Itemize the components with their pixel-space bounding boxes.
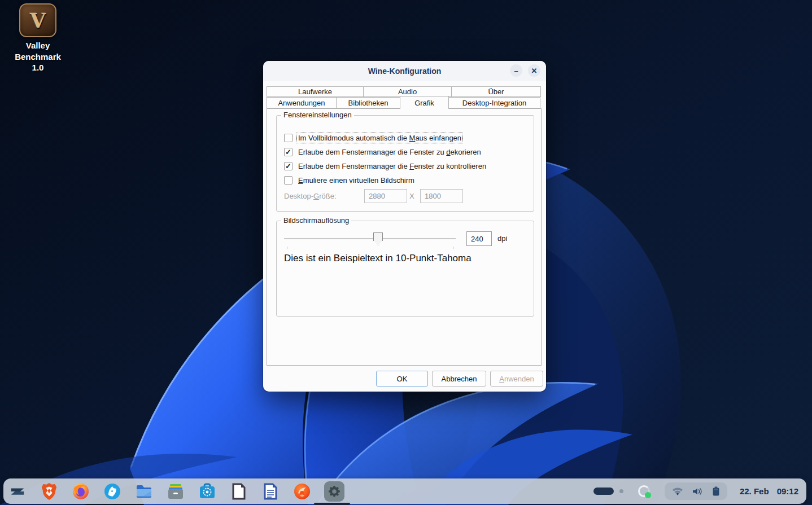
checkbox-row-decorate-windows: ✓ Erlaube dem Fenstermanager die Fenster… <box>284 147 482 157</box>
clock-time: 09:12 <box>777 486 798 496</box>
checkbox-row-control-windows: ✓ Erlaube dem Fenstermanager die Fenster… <box>284 161 487 171</box>
taskbar-tray: 22. Feb 09:12 <box>593 482 806 500</box>
virtual-desktop-checkbox[interactable] <box>284 176 293 185</box>
close-button[interactable]: ✕ <box>528 64 540 77</box>
tray-online-dot <box>645 492 651 498</box>
settings-icon[interactable] <box>324 481 344 502</box>
desktop-shortcut-valley-benchmark[interactable]: V Valley Benchmark 1.0 <box>5 3 71 73</box>
desktop-width-field[interactable] <box>364 189 407 203</box>
firefox-icon[interactable] <box>71 482 90 501</box>
taskbar: 22. Feb 09:12 <box>3 478 806 504</box>
minimize-button[interactable]: – <box>510 64 522 77</box>
tab-anwendungen[interactable]: Anwendungen <box>267 97 337 108</box>
archive-manager-icon[interactable] <box>166 482 185 501</box>
checkbox-row-capture-mouse: Im Vollbildmodus automatisch die Maus ei… <box>284 133 462 143</box>
volume-icon <box>692 487 703 496</box>
window-controls: – ✕ <box>510 64 540 77</box>
dialog-button-row: OK Abbrechen Anwenden <box>263 371 546 387</box>
font-sample-text: Dies ist ein Beispieltext in 10-Punkt-Ta… <box>284 253 472 264</box>
virtual-desktop-label[interactable]: Emuliere einen virtuellen Bildschirm <box>297 175 416 185</box>
desktop-shortcut-label: Valley Benchmark 1.0 <box>5 40 71 73</box>
libreoffice-icon[interactable] <box>229 482 248 501</box>
tab-strip: Laufwerke Audio Über Anwendungen Bibliot… <box>267 86 542 109</box>
taskbar-clock[interactable]: 22. Feb 09:12 <box>740 486 798 496</box>
grafik-tab-page: Fenstereinstellungen Im Vollbildmodus au… <box>267 108 542 366</box>
battery-icon <box>712 486 720 496</box>
wine-configuration-window: Wine-Konfiguration – ✕ Laufwerke Audio Ü… <box>263 61 546 392</box>
taskbar-apps <box>3 481 344 502</box>
valley-v-glyph: V <box>30 8 46 32</box>
window-title: Wine-Konfiguration <box>368 67 442 76</box>
dpi-slider-thumb[interactable] <box>373 232 383 245</box>
cancel-button[interactable]: Abbrechen <box>432 371 486 387</box>
tab-desktop-integration[interactable]: Desktop-Integration <box>448 97 540 108</box>
desktop: V Valley Benchmark 1.0 Wine-Konfiguratio… <box>0 0 812 505</box>
tray-dot-icon[interactable] <box>619 489 623 493</box>
group-fenstereinstellungen: Fenstereinstellungen Im Vollbildmodus au… <box>276 115 534 212</box>
minimize-icon: – <box>514 67 518 74</box>
slider-tick-min <box>287 247 287 249</box>
capture-mouse-checkbox[interactable] <box>284 134 293 142</box>
tray-status-icon[interactable] <box>638 485 650 497</box>
libreoffice-writer-icon[interactable] <box>261 482 280 501</box>
desktop-height-field[interactable] <box>420 189 463 203</box>
tab-laufwerke[interactable]: Laufwerke <box>267 86 364 97</box>
clock-date: 22. Feb <box>740 486 769 496</box>
group-title: Bildschirmauflösung <box>281 216 351 225</box>
control-windows-checkbox[interactable]: ✓ <box>284 162 293 170</box>
tab-grafik[interactable]: Grafik <box>400 96 449 109</box>
software-store-icon[interactable] <box>198 482 217 501</box>
zorin-menu-icon[interactable] <box>8 482 27 501</box>
desktop-size-label: Desktop-Größe: <box>284 192 337 200</box>
tray-pill-icon[interactable] <box>593 488 614 495</box>
active-app-indicator <box>314 503 350 505</box>
brave-browser-icon[interactable] <box>40 482 59 501</box>
librewolf-browser-icon[interactable] <box>103 482 122 501</box>
ok-button[interactable]: OK <box>376 371 428 387</box>
tab-bibliotheken[interactable]: Bibliotheken <box>336 97 400 108</box>
checkbox-row-virtual-desktop: Emuliere einen virtuellen Bildschirm <box>284 175 416 185</box>
group-bildschirmaufloesung: Bildschirmauflösung dpi Dies ist ein Bei… <box>276 221 534 317</box>
apply-button[interactable]: Anwenden <box>490 371 543 387</box>
capture-mouse-label[interactable]: Im Vollbildmodus automatisch die Maus ei… <box>297 133 462 143</box>
control-windows-label[interactable]: Erlaube dem Fenstermanager die Fenster z… <box>297 161 487 171</box>
tab-ueber[interactable]: Über <box>451 86 541 97</box>
size-separator: X <box>409 192 414 200</box>
checkmark-icon: ✓ <box>285 162 291 170</box>
phoenix-app-icon[interactable] <box>293 482 312 501</box>
system-status-group[interactable] <box>665 482 727 500</box>
decorate-windows-label[interactable]: Erlaube dem Fenstermanager die Fenster z… <box>297 147 482 157</box>
wifi-icon <box>672 487 683 496</box>
close-icon: ✕ <box>531 67 538 74</box>
titlebar[interactable]: Wine-Konfiguration – ✕ <box>263 61 546 81</box>
valley-benchmark-icon: V <box>19 3 56 37</box>
dpi-unit-label: dpi <box>497 234 507 243</box>
slider-tick-max <box>453 247 453 249</box>
group-title: Fenstereinstellungen <box>281 111 354 119</box>
tab-row-2: Anwendungen Bibliotheken Grafik Desktop-… <box>267 97 542 109</box>
dpi-slider-track[interactable] <box>284 238 456 239</box>
decorate-windows-checkbox[interactable]: ✓ <box>284 148 293 156</box>
dpi-value-field[interactable] <box>466 231 492 246</box>
desktop-size-row: Desktop-Größe: X <box>284 189 527 203</box>
file-manager-icon[interactable] <box>134 482 154 501</box>
checkmark-icon: ✓ <box>285 148 291 156</box>
